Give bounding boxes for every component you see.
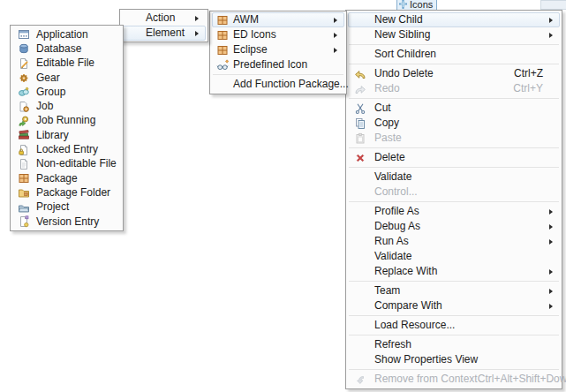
submenu-arrow-icon (549, 289, 553, 294)
library-icon (16, 129, 32, 142)
menu-item-load-resource[interactable]: Load Resource... (348, 318, 560, 333)
empty-icon-slot (351, 170, 369, 184)
menu-item-group[interactable]: Group (12, 85, 121, 99)
paste-icon (351, 132, 369, 145)
menu-item-refresh[interactable]: Refresh (348, 337, 560, 352)
tree-node-label: Icons (410, 0, 433, 10)
menu-item-database[interactable]: Database (12, 41, 121, 56)
menu-item-element[interactable]: Element (122, 26, 206, 41)
menu-item-show-properties-view[interactable]: Show Properties View (348, 352, 560, 367)
submenu-arrow-icon (334, 48, 337, 53)
plus-sparkle-icon (399, 0, 407, 11)
submenu-arrow-icon (549, 269, 553, 275)
job-icon (16, 100, 32, 113)
copy-icon (351, 117, 369, 130)
context-menu: New Child New Sibling Sort Children Undo… (345, 10, 562, 389)
menu-item-package[interactable]: Package (12, 171, 121, 185)
menu-item-new-sibling[interactable]: New Sibling (348, 27, 560, 42)
remove-from-context-icon (351, 373, 369, 386)
menu-item-application[interactable]: Application (12, 27, 121, 41)
empty-icon-slot (215, 78, 230, 91)
menu-item-version-entry[interactable]: Version Entry (12, 215, 121, 229)
submenu-arrow-icon (549, 209, 553, 215)
menu-item-package-folder[interactable]: Package Folder (12, 185, 121, 200)
menu-item-sort-children[interactable]: Sort Children (348, 47, 560, 62)
menu-item-locked-entry[interactable]: Locked Entry (12, 142, 121, 156)
submenu-arrow-icon (334, 18, 337, 23)
menu-item-ed-icons[interactable]: ED Icons (212, 27, 344, 42)
menu-item-validate[interactable]: Validate (348, 170, 560, 185)
menu-item-add-function-package[interactable]: Add Function Package... (212, 77, 344, 92)
menu-item-remove-from-context[interactable]: Remove from ContextCtrl+Alt+Shift+Down (348, 372, 560, 387)
package-icon (16, 172, 32, 185)
background-panel-fragment (540, 0, 566, 10)
empty-icon-slot (351, 353, 369, 366)
menu-item-non-editable-file[interactable]: Non-editable File (12, 157, 121, 171)
editable-file-icon (16, 57, 32, 70)
editor-canvas: Icons New Child New Sibling Sort Childre… (0, 0, 566, 392)
menu-item-job[interactable]: Job (12, 99, 121, 113)
undo-icon (351, 67, 369, 80)
menu-item-paste[interactable]: Paste (348, 131, 560, 146)
menu-item-validate-2[interactable]: Validate (348, 249, 560, 264)
gear-icon (16, 72, 32, 85)
menu-item-library[interactable]: Library (12, 128, 121, 142)
menu-item-eclipse[interactable]: Eclipse (212, 42, 344, 57)
menu-item-control[interactable]: Control... (348, 185, 560, 200)
menu-item-copy[interactable]: Copy (348, 116, 560, 131)
empty-icon-slot (351, 250, 369, 263)
menu-item-predefined-icon[interactable]: Predefined Icon (212, 57, 344, 72)
version-entry-icon (16, 215, 32, 229)
empty-icon-slot (351, 205, 369, 218)
delete-icon (351, 151, 369, 164)
submenu-arrow-icon (195, 16, 199, 21)
group-icon (16, 86, 32, 99)
menu-item-action[interactable]: Action (122, 11, 206, 26)
cut-icon (351, 102, 369, 115)
menu-item-compare-with[interactable]: Compare With (348, 298, 560, 313)
submenu-arrow-icon (549, 304, 553, 309)
menu-item-project[interactable]: Project (12, 200, 121, 215)
menu-item-job-running[interactable]: Job Running (12, 114, 121, 128)
menu-item-team[interactable]: Team (348, 283, 560, 298)
shortcut-label: Ctrl+Alt+Shift+Down (478, 373, 566, 386)
submenu-arrow-icon (334, 33, 337, 38)
menu-item-run-as[interactable]: Run As (348, 234, 560, 249)
empty-icon-slot (351, 13, 369, 26)
menu-item-editable-file[interactable]: Editable File (12, 57, 121, 71)
application-icon (16, 28, 32, 41)
menu-item-gear[interactable]: Gear (12, 71, 121, 85)
menu-item-delete[interactable]: Delete (348, 150, 560, 165)
menu-item-awm[interactable]: AWM (212, 12, 344, 27)
empty-icon-slot (351, 220, 369, 233)
package-icon (215, 28, 230, 41)
empty-icon-slot (351, 48, 369, 61)
shortcut-label: Ctrl+Z (514, 67, 543, 80)
menu-item-profile-as[interactable]: Profile As (348, 204, 560, 219)
locked-entry-icon (16, 143, 32, 156)
package-folder-icon (16, 186, 32, 200)
empty-icon-slot (351, 265, 369, 278)
menu-item-undo-delete[interactable]: Undo DeleteCtrl+Z (348, 66, 560, 81)
empty-icon-slot (351, 235, 369, 248)
submenu-arrow-icon (549, 224, 553, 230)
menu-item-redo[interactable]: RedoCtrl+Y (348, 81, 560, 96)
new-child-submenu: AWM ED Icons Eclipse Predefined Icon Add… (209, 11, 347, 94)
menu-item-replace-with[interactable]: Replace With (348, 264, 560, 279)
redo-icon (351, 82, 369, 95)
empty-icon-slot (351, 28, 369, 41)
package-icon (215, 13, 230, 26)
element-submenu: Application Database Editable File Gear … (10, 25, 124, 231)
shortcut-label: Ctrl+Y (513, 82, 543, 95)
menu-item-cut[interactable]: Cut (348, 101, 560, 116)
glasses-icon (215, 58, 230, 72)
empty-icon-slot (351, 299, 369, 313)
non-editable-file-icon (16, 157, 32, 170)
menu-item-debug-as[interactable]: Debug As (348, 219, 560, 234)
database-icon (16, 42, 32, 56)
submenu-arrow-icon (549, 18, 553, 23)
submenu-arrow-icon (549, 239, 553, 245)
package-icon (215, 43, 230, 57)
menu-item-new-child[interactable]: New Child (348, 12, 560, 27)
empty-icon-slot (351, 185, 369, 199)
